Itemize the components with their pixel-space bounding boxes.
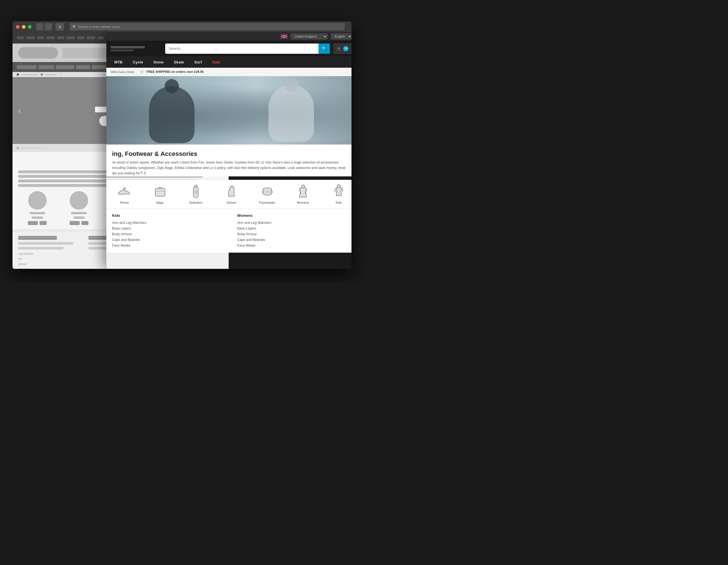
head-right xyxy=(284,78,298,92)
sub-categories: Kids Arm and Leg Warmers Base Layers Bod… xyxy=(106,209,351,252)
header-bar xyxy=(17,36,24,39)
kids-caps-beanies[interactable]: Caps and Beanies xyxy=(112,237,226,243)
nav-placeholder xyxy=(76,65,90,69)
search-input[interactable] xyxy=(165,46,319,51)
product-image xyxy=(70,191,88,210)
cyclist-right xyxy=(268,85,314,142)
cart-button[interactable]: 🛒 10 xyxy=(333,44,351,54)
header-bar xyxy=(67,36,75,39)
breadcrumb-line xyxy=(21,148,44,148)
forward-button[interactable]: › xyxy=(45,23,52,30)
hydration-label: Hydration xyxy=(189,201,202,204)
kids-face-masks[interactable]: Face Masks xyxy=(112,243,226,248)
womens-arm-warmers[interactable]: Arm and Leg Warmers xyxy=(237,220,351,225)
nav-item-surf[interactable]: Surf xyxy=(189,56,207,68)
gloves-icon xyxy=(224,184,239,198)
bags-icon xyxy=(153,184,167,198)
facemasks-icon xyxy=(260,184,274,198)
right-topbar: United Kingdom English xyxy=(106,32,351,41)
nav-placeholder xyxy=(56,65,74,69)
nav-item-snow[interactable]: Snow xyxy=(148,56,169,68)
header-bar xyxy=(98,36,104,39)
logo-bar xyxy=(111,46,145,48)
uk-flag-icon xyxy=(281,34,288,39)
back-button[interactable]: ‹ xyxy=(36,23,44,30)
svg-point-5 xyxy=(194,190,197,194)
category-shoes[interactable]: Shoes xyxy=(106,184,142,204)
nav-item-mtb[interactable]: MTB xyxy=(109,56,128,68)
search-icon: 🔍 xyxy=(73,25,76,29)
shipping-cart-icon: 🛒 xyxy=(140,70,144,73)
hero-image xyxy=(106,76,351,144)
womens-body-armour[interactable]: Body Armour xyxy=(237,231,351,237)
right-header: 🔍 🛒 10 xyxy=(106,41,351,56)
category-womens[interactable]: Womens xyxy=(285,184,321,204)
nav-item-skate[interactable]: Skate xyxy=(169,56,189,68)
category-gloves[interactable]: Gloves xyxy=(214,184,249,204)
tab-view-button[interactable]: ⊞ xyxy=(55,23,64,30)
shipping-text: FREE SHIPPING on orders over £29.95 xyxy=(146,70,204,73)
nav-item-cycle[interactable]: Cycle xyxy=(128,56,148,68)
list-item: ers xyxy=(18,257,83,260)
search-button[interactable]: 🔍 xyxy=(319,44,330,54)
right-actual-page: United Kingdom English xyxy=(106,32,351,269)
product-card xyxy=(60,191,98,225)
hero-overlay xyxy=(106,76,351,144)
price-badge xyxy=(28,221,38,225)
product-image xyxy=(28,191,47,210)
page-description: ne world of action sports. Whether you w… xyxy=(112,160,351,176)
col-line xyxy=(18,242,73,245)
page-title: ing, Footwear & Accessories xyxy=(112,150,351,158)
category-kids[interactable]: Kids xyxy=(321,184,351,204)
svg-rect-4 xyxy=(195,185,197,187)
sub-cat-womens: Womens Arm and Leg Warmers Base Layers B… xyxy=(231,209,351,252)
maximize-button[interactable] xyxy=(28,25,32,29)
close-button[interactable] xyxy=(16,25,20,29)
womens-face-masks[interactable]: Face Masks xyxy=(237,243,351,248)
nav-placeholder xyxy=(17,65,37,69)
head-left xyxy=(165,79,179,93)
kids-icon xyxy=(332,184,346,198)
browser-titlebar: ‹ › ⊞ 🔍 Search or enter website name xyxy=(13,21,351,32)
slider-dot-active xyxy=(17,73,19,76)
header-bar xyxy=(46,36,55,39)
product-name-line xyxy=(30,212,45,214)
product-name-line xyxy=(32,216,43,219)
country-selector[interactable]: United Kingdom xyxy=(291,34,328,39)
hydration-icon xyxy=(189,184,203,198)
price-badge xyxy=(81,221,88,225)
breadcrumb-indicator xyxy=(17,147,19,149)
address-bar[interactable]: 🔍 Search or enter website name xyxy=(70,23,345,30)
cyclist-left xyxy=(149,86,195,143)
nav-item-sale[interactable]: Sale xyxy=(207,56,226,68)
gloves-label: Gloves xyxy=(227,201,236,204)
category-hydration[interactable]: Hydration xyxy=(178,184,214,204)
list-item: armour xyxy=(18,262,83,265)
header-bar xyxy=(77,36,84,39)
page-title-row: ing, Footwear & Accessories ne world of … xyxy=(112,150,351,176)
womens-base-layers[interactable]: Base Layers xyxy=(237,225,351,231)
hero-bg xyxy=(106,76,351,144)
promo-left: With Every Order xyxy=(111,70,135,74)
category-facemasks[interactable]: Facemasks xyxy=(249,184,285,204)
right-nav: MTB Cycle Snow Skate Surf Sale xyxy=(106,56,351,68)
search-icon: 🔍 xyxy=(322,46,327,51)
promo-shipping: 🛒 FREE SHIPPING on orders over £29.95 xyxy=(140,70,204,74)
logo-bar xyxy=(111,49,133,51)
womens-caps-beanies[interactable]: Caps and Beanies xyxy=(237,237,351,243)
kids-arm-warmers[interactable]: Arm and Leg Warmers xyxy=(112,220,226,225)
slider-dot xyxy=(41,73,43,76)
minimize-button[interactable] xyxy=(22,25,26,29)
list-item: d Beanies xyxy=(18,268,83,269)
kids-body-armour[interactable]: Body Armour xyxy=(112,231,226,237)
kids-base-layers[interactable]: Base Layers xyxy=(112,225,226,231)
left-col-1: Leg Warmers ers armour d Beanies xyxy=(18,236,83,269)
womens-icon xyxy=(296,184,310,198)
category-bags[interactable]: Bags xyxy=(142,184,178,204)
breadcrumb-slash: / xyxy=(60,73,61,76)
prev-slide-arrow[interactable]: ‹ xyxy=(18,106,21,115)
cart-icon: 🛒 xyxy=(337,47,341,51)
language-selector[interactable]: English xyxy=(331,34,351,39)
site-logo xyxy=(111,45,162,52)
svg-rect-1 xyxy=(155,188,165,196)
